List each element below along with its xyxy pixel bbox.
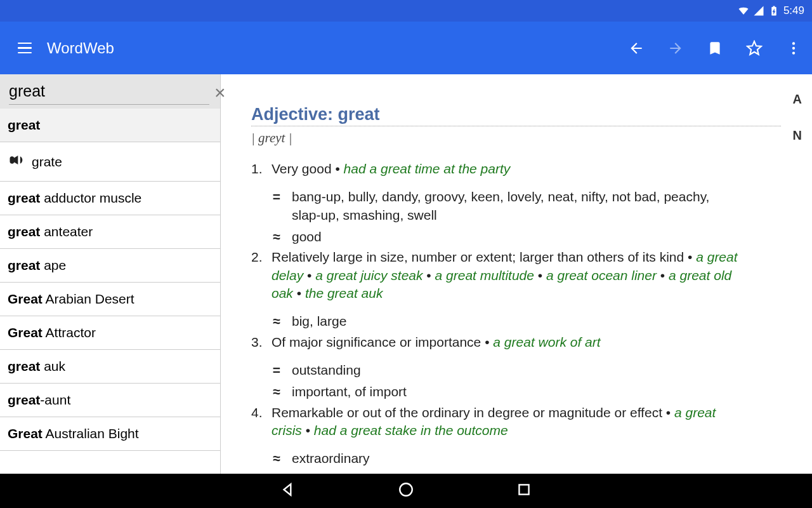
sound-icon xyxy=(8,151,25,172)
list-item[interactable]: grate xyxy=(0,142,220,182)
back-button[interactable] xyxy=(628,40,645,57)
list-item[interactable]: Great Arabian Desert xyxy=(0,283,220,316)
cell-signal-icon xyxy=(753,5,764,17)
status-time: 5:49 xyxy=(783,4,804,17)
svg-point-2 xyxy=(792,51,795,54)
svg-point-0 xyxy=(792,42,795,44)
android-nav-bar xyxy=(0,474,812,508)
approx-row: ≈big, large xyxy=(251,312,738,330)
sidebar: × greatgrategreat adductor musclegreat a… xyxy=(0,74,221,474)
approx-row: ≈extraordinary xyxy=(251,450,738,467)
equals-row: =bang-up, bully, dandy, groovy, keen, lo… xyxy=(251,188,738,224)
pronunciation: | greyt | xyxy=(251,130,776,146)
nav-home-button[interactable] xyxy=(398,481,414,500)
menu-icon[interactable] xyxy=(18,43,32,54)
nav-recent-button[interactable] xyxy=(516,481,532,500)
sense-item: Very good • had a great time at the part… xyxy=(251,160,738,178)
star-icon[interactable] xyxy=(746,40,763,57)
app-bar: WordWeb xyxy=(0,22,812,74)
list-item[interactable]: great anteater xyxy=(0,215,220,249)
app-title: WordWeb xyxy=(47,39,613,57)
nav-back-button[interactable] xyxy=(280,481,296,500)
index-letter-n[interactable]: N xyxy=(793,128,802,143)
list-item[interactable]: Great Australian Bight xyxy=(0,417,220,451)
approx-row: ≈good xyxy=(251,228,738,246)
list-item[interactable]: great auk xyxy=(0,350,220,384)
android-status-bar: 5:49 xyxy=(0,0,812,22)
definition-pane[interactable]: A N Adjective: great | greyt | Very good… xyxy=(221,74,812,474)
search-input[interactable] xyxy=(9,81,209,105)
battery-charging-icon xyxy=(768,5,780,17)
svg-point-1 xyxy=(792,46,795,49)
overflow-menu-icon[interactable] xyxy=(785,40,802,57)
sense-item: Of major significance or importance • a … xyxy=(251,333,738,351)
equals-row: =outstanding xyxy=(251,361,738,379)
sense-item: Remarkable or out of the ordinary in deg… xyxy=(251,404,738,440)
wifi-icon xyxy=(738,5,749,17)
svg-point-3 xyxy=(400,483,412,496)
list-item[interactable]: great ape xyxy=(0,249,220,283)
sense-item: Relatively large in size, number or exte… xyxy=(251,248,738,302)
forward-button[interactable] xyxy=(667,40,684,57)
approx-row: ≈important, of import xyxy=(251,383,738,401)
bookmark-icon[interactable] xyxy=(707,40,723,57)
list-item[interactable]: great adductor muscle xyxy=(0,182,220,215)
word-list[interactable]: greatgrategreat adductor musclegreat ant… xyxy=(0,109,220,474)
list-item[interactable]: great xyxy=(0,109,220,142)
list-item[interactable]: great-aunt xyxy=(0,384,220,417)
search-row: × xyxy=(0,74,220,109)
list-item[interactable]: Great Attractor xyxy=(0,316,220,350)
index-letter-a[interactable]: A xyxy=(793,92,802,107)
definition-heading: Adjective: great xyxy=(251,105,776,124)
senses-list: Very good • had a great time at the part… xyxy=(251,160,738,468)
svg-rect-4 xyxy=(519,485,528,494)
